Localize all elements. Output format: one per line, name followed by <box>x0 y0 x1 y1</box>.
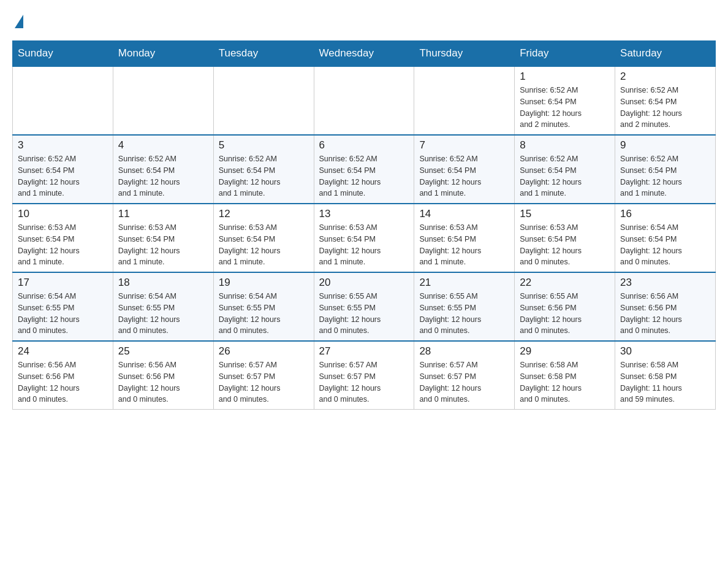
calendar-cell-0-6: 2Sunrise: 6:52 AM Sunset: 6:54 PM Daylig… <box>615 66 716 135</box>
day-info: Sunrise: 6:58 AM Sunset: 6:58 PM Dayligh… <box>620 359 710 405</box>
day-number: 14 <box>419 208 509 220</box>
day-info: Sunrise: 6:52 AM Sunset: 6:54 PM Dayligh… <box>219 153 309 199</box>
calendar-cell-4-5: 29Sunrise: 6:58 AM Sunset: 6:58 PM Dayli… <box>515 341 615 410</box>
calendar-cell-0-4 <box>414 66 515 135</box>
calendar-cell-1-5: 8Sunrise: 6:52 AM Sunset: 6:54 PM Daylig… <box>515 135 615 204</box>
calendar-cell-1-4: 7Sunrise: 6:52 AM Sunset: 6:54 PM Daylig… <box>414 135 515 204</box>
week-row-4: 17Sunrise: 6:54 AM Sunset: 6:55 PM Dayli… <box>13 272 716 341</box>
calendar-cell-0-3 <box>314 66 414 135</box>
calendar-cell-2-2: 12Sunrise: 6:53 AM Sunset: 6:54 PM Dayli… <box>213 204 314 272</box>
calendar-cell-4-6: 30Sunrise: 6:58 AM Sunset: 6:58 PM Dayli… <box>615 341 716 410</box>
day-number: 27 <box>319 345 409 358</box>
day-number: 8 <box>520 139 610 151</box>
day-number: 16 <box>620 208 710 220</box>
calendar-cell-3-5: 22Sunrise: 6:55 AM Sunset: 6:56 PM Dayli… <box>515 272 615 341</box>
calendar-cell-1-0: 3Sunrise: 6:52 AM Sunset: 6:54 PM Daylig… <box>13 135 113 204</box>
calendar-cell-2-3: 13Sunrise: 6:53 AM Sunset: 6:54 PM Dayli… <box>314 204 414 272</box>
header-friday: Friday <box>515 41 615 67</box>
day-info: Sunrise: 6:54 AM Sunset: 6:55 PM Dayligh… <box>219 291 309 337</box>
day-number: 12 <box>219 208 309 220</box>
day-number: 9 <box>620 139 710 151</box>
week-row-2: 3Sunrise: 6:52 AM Sunset: 6:54 PM Daylig… <box>13 135 716 204</box>
day-number: 5 <box>219 139 309 151</box>
day-info: Sunrise: 6:53 AM Sunset: 6:54 PM Dayligh… <box>419 222 509 268</box>
calendar-cell-0-0 <box>13 66 113 135</box>
header-saturday: Saturday <box>615 41 716 67</box>
day-info: Sunrise: 6:56 AM Sunset: 6:56 PM Dayligh… <box>18 359 108 405</box>
week-row-1: 1Sunrise: 6:52 AM Sunset: 6:54 PM Daylig… <box>13 66 716 135</box>
logo <box>12 12 23 28</box>
day-number: 23 <box>620 277 710 289</box>
day-number: 13 <box>319 208 409 220</box>
day-info: Sunrise: 6:52 AM Sunset: 6:54 PM Dayligh… <box>319 153 409 199</box>
day-info: Sunrise: 6:52 AM Sunset: 6:54 PM Dayligh… <box>18 153 108 199</box>
day-info: Sunrise: 6:53 AM Sunset: 6:54 PM Dayligh… <box>520 222 610 268</box>
day-number: 25 <box>118 345 208 358</box>
day-info: Sunrise: 6:52 AM Sunset: 6:54 PM Dayligh… <box>419 153 509 199</box>
day-info: Sunrise: 6:55 AM Sunset: 6:56 PM Dayligh… <box>520 291 610 337</box>
calendar-cell-1-3: 6Sunrise: 6:52 AM Sunset: 6:54 PM Daylig… <box>314 135 414 204</box>
weekday-header-row: SundayMondayTuesdayWednesdayThursdayFrid… <box>13 41 716 67</box>
day-number: 1 <box>520 71 610 83</box>
header-monday: Monday <box>113 41 213 67</box>
day-info: Sunrise: 6:56 AM Sunset: 6:56 PM Dayligh… <box>620 291 710 337</box>
calendar-cell-3-4: 21Sunrise: 6:55 AM Sunset: 6:55 PM Dayli… <box>414 272 515 341</box>
day-number: 26 <box>219 345 309 358</box>
header-wednesday: Wednesday <box>314 41 414 67</box>
calendar-cell-3-3: 20Sunrise: 6:55 AM Sunset: 6:55 PM Dayli… <box>314 272 414 341</box>
calendar-cell-4-2: 26Sunrise: 6:57 AM Sunset: 6:57 PM Dayli… <box>213 341 314 410</box>
calendar-cell-3-1: 18Sunrise: 6:54 AM Sunset: 6:55 PM Dayli… <box>113 272 213 341</box>
calendar-cell-0-2 <box>213 66 314 135</box>
day-info: Sunrise: 6:53 AM Sunset: 6:54 PM Dayligh… <box>319 222 409 268</box>
day-number: 10 <box>18 208 108 220</box>
day-number: 21 <box>419 277 509 289</box>
calendar-cell-4-0: 24Sunrise: 6:56 AM Sunset: 6:56 PM Dayli… <box>13 341 113 410</box>
day-number: 2 <box>620 71 710 83</box>
calendar-cell-2-5: 15Sunrise: 6:53 AM Sunset: 6:54 PM Dayli… <box>515 204 615 272</box>
day-number: 6 <box>319 139 409 151</box>
calendar-cell-2-0: 10Sunrise: 6:53 AM Sunset: 6:54 PM Dayli… <box>13 204 113 272</box>
week-row-5: 24Sunrise: 6:56 AM Sunset: 6:56 PM Dayli… <box>13 341 716 410</box>
calendar-cell-2-4: 14Sunrise: 6:53 AM Sunset: 6:54 PM Dayli… <box>414 204 515 272</box>
day-info: Sunrise: 6:53 AM Sunset: 6:54 PM Dayligh… <box>219 222 309 268</box>
calendar-cell-2-1: 11Sunrise: 6:53 AM Sunset: 6:54 PM Dayli… <box>113 204 213 272</box>
day-number: 19 <box>219 277 309 289</box>
day-info: Sunrise: 6:52 AM Sunset: 6:54 PM Dayligh… <box>118 153 208 199</box>
day-info: Sunrise: 6:55 AM Sunset: 6:55 PM Dayligh… <box>319 291 409 337</box>
calendar-cell-1-2: 5Sunrise: 6:52 AM Sunset: 6:54 PM Daylig… <box>213 135 314 204</box>
day-number: 30 <box>620 345 710 358</box>
day-info: Sunrise: 6:57 AM Sunset: 6:57 PM Dayligh… <box>419 359 509 405</box>
day-number: 15 <box>520 208 610 220</box>
day-info: Sunrise: 6:57 AM Sunset: 6:57 PM Dayligh… <box>219 359 309 405</box>
day-info: Sunrise: 6:52 AM Sunset: 6:54 PM Dayligh… <box>520 85 610 131</box>
day-info: Sunrise: 6:53 AM Sunset: 6:54 PM Dayligh… <box>18 222 108 268</box>
day-number: 28 <box>419 345 509 358</box>
calendar-cell-4-4: 28Sunrise: 6:57 AM Sunset: 6:57 PM Dayli… <box>414 341 515 410</box>
day-number: 24 <box>18 345 108 358</box>
day-number: 3 <box>18 139 108 151</box>
day-info: Sunrise: 6:56 AM Sunset: 6:56 PM Dayligh… <box>118 359 208 405</box>
page-header <box>12 12 716 28</box>
day-info: Sunrise: 6:57 AM Sunset: 6:57 PM Dayligh… <box>319 359 409 405</box>
day-info: Sunrise: 6:54 AM Sunset: 6:55 PM Dayligh… <box>18 291 108 337</box>
header-sunday: Sunday <box>13 41 113 67</box>
day-info: Sunrise: 6:55 AM Sunset: 6:55 PM Dayligh… <box>419 291 509 337</box>
day-number: 11 <box>118 208 208 220</box>
calendar-cell-3-0: 17Sunrise: 6:54 AM Sunset: 6:55 PM Dayli… <box>13 272 113 341</box>
day-info: Sunrise: 6:52 AM Sunset: 6:54 PM Dayligh… <box>620 85 710 131</box>
calendar-cell-3-6: 23Sunrise: 6:56 AM Sunset: 6:56 PM Dayli… <box>615 272 716 341</box>
calendar-cell-4-3: 27Sunrise: 6:57 AM Sunset: 6:57 PM Dayli… <box>314 341 414 410</box>
day-info: Sunrise: 6:54 AM Sunset: 6:54 PM Dayligh… <box>620 222 710 268</box>
day-number: 18 <box>118 277 208 289</box>
day-number: 7 <box>419 139 509 151</box>
header-tuesday: Tuesday <box>213 41 314 67</box>
day-number: 20 <box>319 277 409 289</box>
day-info: Sunrise: 6:52 AM Sunset: 6:54 PM Dayligh… <box>620 153 710 199</box>
week-row-3: 10Sunrise: 6:53 AM Sunset: 6:54 PM Dayli… <box>13 204 716 272</box>
calendar-cell-0-1 <box>113 66 213 135</box>
day-info: Sunrise: 6:52 AM Sunset: 6:54 PM Dayligh… <box>520 153 610 199</box>
logo-triangle-icon <box>15 15 23 28</box>
day-number: 4 <box>118 139 208 151</box>
calendar-cell-3-2: 19Sunrise: 6:54 AM Sunset: 6:55 PM Dayli… <box>213 272 314 341</box>
day-info: Sunrise: 6:54 AM Sunset: 6:55 PM Dayligh… <box>118 291 208 337</box>
